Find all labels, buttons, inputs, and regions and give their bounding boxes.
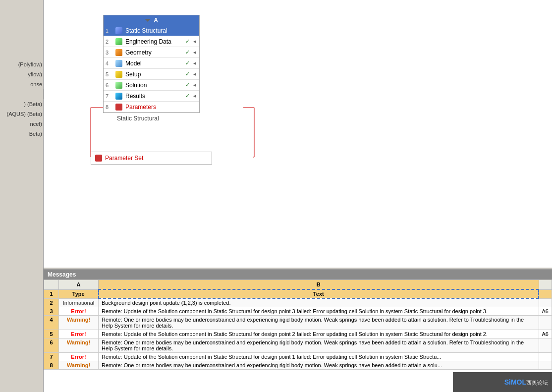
block-row-4[interactable]: 4 Model ✓ ◄ [104,58,199,69]
row-check-5: ✓ [185,71,192,77]
col-extra-header [539,280,552,290]
row-label-8: Parameters [125,104,197,111]
row3-extra: A6 [539,307,552,316]
row5-num: 5 [44,330,59,338]
row5-extra: A6 [539,330,552,338]
row3-type: Error! [59,307,99,316]
sidebar-item-yflow[interactable]: yflow) [0,69,43,79]
row4-type: Warning! [59,316,99,330]
row3-text: Remote: Update of the Solution component… [99,307,539,316]
sidebar-item-beta1[interactable]: ) (Beta) [0,99,43,109]
row7-type: Error! [59,353,99,361]
table-row: 3 Error! Remote: Update of the Solution … [44,307,552,316]
block-header-label: A [154,17,158,24]
row-num-4: 4 [106,60,114,66]
table-row: 6 Warning! Remote: One or more bodies ma… [44,338,552,353]
row-arrow-7: ◄ [192,93,197,99]
row-check-3: ✓ [185,49,192,56]
row-num-6: 6 [106,82,114,88]
row-num-3: 3 [106,50,114,56]
param-set-block[interactable]: Parameter Set [91,152,212,165]
messages-title: Messages [44,270,552,280]
row-check-6: ✓ [185,82,192,88]
header-type: Type [59,289,99,298]
row-num-5: 5 [106,71,114,77]
block-row-6[interactable]: 6 Solution ✓ ◄ [104,80,199,91]
header-extra [539,289,552,298]
eng-data-icon [114,38,123,46]
row4-text: Remote: One or more bodies may be underc… [99,316,539,330]
header-num: 1 [44,289,59,298]
row8-text: Remote: One or more bodies may be underc… [99,361,539,370]
row7-extra [539,353,552,361]
table-row: 5 Error! Remote: Update of the Solution … [44,330,552,338]
block-row-2[interactable]: 2 Engineering Data ✓ ◄ [104,36,199,47]
row-num-2: 2 [106,39,114,45]
row-check-4: ✓ [185,60,192,66]
row6-num: 6 [44,338,59,353]
row-label-3: Geometry [125,49,185,56]
table-row: 4 Warning! Remote: One or more bodies ma… [44,316,552,330]
block-row-7[interactable]: 7 Results ✓ ◄ [104,91,199,102]
schematic-area: A 1 Static Structural 2 Engineering Data… [44,0,552,268]
row7-num: 7 [44,353,59,361]
block-row-8[interactable]: 8 Parameters [104,102,199,112]
sidebar-item-beta2[interactable]: Beta) [0,129,43,139]
table-row: 7 Error! Remote: Update of the Solution … [44,353,552,361]
row4-extra [539,316,552,330]
block-footer-label: Static Structural [117,115,159,122]
results-icon [114,92,123,100]
geometry-icon [114,49,123,56]
row-check-2: ✓ [185,38,192,45]
block-row-5[interactable]: 5 Setup ✓ ◄ [104,69,199,80]
row2-text: Background design point update (1,2,3) i… [99,298,539,307]
row6-text: Remote: One or more bodies may be underc… [99,338,539,353]
row8-extra [539,361,552,370]
setup-icon [114,70,123,78]
row-num-8: 8 [106,104,114,110]
header-text: Text [99,289,539,298]
row-arrow-3: ◄ [192,50,197,55]
block-row-1[interactable]: 1 Static Structural [104,25,199,36]
row-arrow-5: ◄ [192,71,197,77]
row4-num: 4 [44,316,59,330]
static-structural-icon [114,27,123,35]
row7-text: Remote: Update of the Solution component… [99,353,539,361]
row5-text: Remote: Update of the Solution component… [99,330,539,338]
model-icon [114,59,123,67]
row-label-4: Model [125,60,185,67]
row-label-2: Engineering Data [125,38,185,45]
row-label-6: Solution [125,82,185,89]
left-sidebar: (Polyflow) yflow) onse ) (Beta) (AQUS) (… [0,0,44,392]
row3-num: 3 [44,307,59,316]
row-num-7: 7 [106,93,114,99]
logo-brand: SiMOL [504,378,526,386]
col-a-header: A [59,280,99,290]
sidebar-item-ncef[interactable]: ncef) [0,119,43,129]
param-set-icon [94,154,103,162]
col-b-header: B [99,280,539,290]
analysis-system-block: A 1 Static Structural 2 Engineering Data… [103,15,200,113]
logo-text: SiMOL西奥论坛 [504,378,548,387]
row-num-1: 1 [106,28,114,34]
row6-type: Warning! [59,338,99,353]
logo-area: SiMOL西奥论坛 [453,372,552,392]
row-arrow-4: ◄ [192,60,197,66]
row2-extra [539,298,552,307]
row-label-5: Setup [125,71,185,78]
table-header-row: 1 Type Text [44,289,552,298]
block-row-3[interactable]: 3 Geometry ✓ ◄ [104,47,199,58]
sidebar-item-aqus[interactable]: (AQUS) (Beta) [0,109,43,119]
row2-num: 2 [44,298,59,307]
row-label-7: Results [125,93,185,100]
table-row: 2 Informational Background design point … [44,298,552,307]
row2-type: Informational [59,298,99,307]
block-header: A [104,15,199,25]
parameters-icon [114,103,123,111]
row-label-1: Static Structural [125,27,197,34]
sidebar-item-onse[interactable]: onse [0,79,43,89]
row6-extra [539,338,552,353]
sidebar-item-polyflow[interactable]: (Polyflow) [0,59,43,69]
row-arrow-2: ◄ [192,39,197,44]
row8-num: 8 [44,361,59,370]
